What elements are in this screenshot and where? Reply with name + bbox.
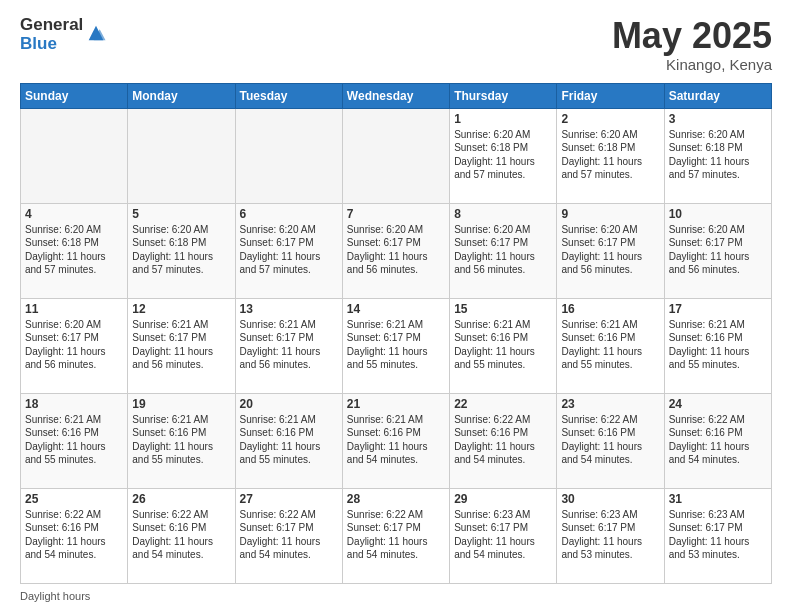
- day-info: Sunrise: 6:21 AMSunset: 6:16 PMDaylight:…: [347, 413, 445, 467]
- calendar-cell: 13Sunrise: 6:21 AMSunset: 6:17 PMDayligh…: [235, 298, 342, 393]
- logo-general: General: [20, 16, 83, 35]
- calendar-cell: [128, 108, 235, 203]
- calendar-cell: [235, 108, 342, 203]
- day-number: 17: [669, 302, 767, 316]
- calendar-cell: 16Sunrise: 6:21 AMSunset: 6:16 PMDayligh…: [557, 298, 664, 393]
- day-info: Sunrise: 6:21 AMSunset: 6:16 PMDaylight:…: [240, 413, 338, 467]
- col-tuesday: Tuesday: [235, 83, 342, 108]
- calendar-table: Sunday Monday Tuesday Wednesday Thursday…: [20, 83, 772, 584]
- calendar-cell: 28Sunrise: 6:22 AMSunset: 6:17 PMDayligh…: [342, 488, 449, 583]
- calendar-cell: 22Sunrise: 6:22 AMSunset: 6:16 PMDayligh…: [450, 393, 557, 488]
- calendar-cell: 31Sunrise: 6:23 AMSunset: 6:17 PMDayligh…: [664, 488, 771, 583]
- day-number: 2: [561, 112, 659, 126]
- calendar-cell: 11Sunrise: 6:20 AMSunset: 6:17 PMDayligh…: [21, 298, 128, 393]
- day-number: 22: [454, 397, 552, 411]
- calendar-week-1: 1Sunrise: 6:20 AMSunset: 6:18 PMDaylight…: [21, 108, 772, 203]
- day-number: 18: [25, 397, 123, 411]
- day-number: 23: [561, 397, 659, 411]
- calendar-cell: 6Sunrise: 6:20 AMSunset: 6:17 PMDaylight…: [235, 203, 342, 298]
- logo-text: General Blue: [20, 16, 83, 53]
- calendar-cell: 15Sunrise: 6:21 AMSunset: 6:16 PMDayligh…: [450, 298, 557, 393]
- day-number: 15: [454, 302, 552, 316]
- day-number: 27: [240, 492, 338, 506]
- calendar-week-3: 11Sunrise: 6:20 AMSunset: 6:17 PMDayligh…: [21, 298, 772, 393]
- calendar-week-4: 18Sunrise: 6:21 AMSunset: 6:16 PMDayligh…: [21, 393, 772, 488]
- logo-icon: [85, 22, 107, 44]
- calendar-body: 1Sunrise: 6:20 AMSunset: 6:18 PMDaylight…: [21, 108, 772, 583]
- header: General Blue May 2025 Kinango, Kenya: [20, 16, 772, 73]
- day-info: Sunrise: 6:20 AMSunset: 6:17 PMDaylight:…: [25, 318, 123, 372]
- calendar-cell: [21, 108, 128, 203]
- day-number: 12: [132, 302, 230, 316]
- day-info: Sunrise: 6:20 AMSunset: 6:18 PMDaylight:…: [25, 223, 123, 277]
- day-number: 13: [240, 302, 338, 316]
- day-number: 26: [132, 492, 230, 506]
- day-info: Sunrise: 6:21 AMSunset: 6:16 PMDaylight:…: [454, 318, 552, 372]
- day-info: Sunrise: 6:22 AMSunset: 6:17 PMDaylight:…: [240, 508, 338, 562]
- day-number: 25: [25, 492, 123, 506]
- logo-blue: Blue: [20, 35, 83, 54]
- calendar-cell: 18Sunrise: 6:21 AMSunset: 6:16 PMDayligh…: [21, 393, 128, 488]
- day-info: Sunrise: 6:22 AMSunset: 6:16 PMDaylight:…: [454, 413, 552, 467]
- day-info: Sunrise: 6:21 AMSunset: 6:17 PMDaylight:…: [240, 318, 338, 372]
- day-number: 10: [669, 207, 767, 221]
- calendar-cell: 21Sunrise: 6:21 AMSunset: 6:16 PMDayligh…: [342, 393, 449, 488]
- day-info: Sunrise: 6:20 AMSunset: 6:18 PMDaylight:…: [669, 128, 767, 182]
- day-number: 11: [25, 302, 123, 316]
- footer-note: Daylight hours: [20, 590, 772, 602]
- day-number: 5: [132, 207, 230, 221]
- calendar-cell: 26Sunrise: 6:22 AMSunset: 6:16 PMDayligh…: [128, 488, 235, 583]
- calendar-cell: 27Sunrise: 6:22 AMSunset: 6:17 PMDayligh…: [235, 488, 342, 583]
- col-saturday: Saturday: [664, 83, 771, 108]
- day-info: Sunrise: 6:20 AMSunset: 6:18 PMDaylight:…: [454, 128, 552, 182]
- page: General Blue May 2025 Kinango, Kenya Sun…: [0, 0, 792, 612]
- calendar-week-2: 4Sunrise: 6:20 AMSunset: 6:18 PMDaylight…: [21, 203, 772, 298]
- day-info: Sunrise: 6:22 AMSunset: 6:16 PMDaylight:…: [669, 413, 767, 467]
- col-monday: Monday: [128, 83, 235, 108]
- day-info: Sunrise: 6:20 AMSunset: 6:17 PMDaylight:…: [347, 223, 445, 277]
- calendar-cell: 19Sunrise: 6:21 AMSunset: 6:16 PMDayligh…: [128, 393, 235, 488]
- calendar-cell: 4Sunrise: 6:20 AMSunset: 6:18 PMDaylight…: [21, 203, 128, 298]
- day-info: Sunrise: 6:20 AMSunset: 6:17 PMDaylight:…: [240, 223, 338, 277]
- day-info: Sunrise: 6:20 AMSunset: 6:18 PMDaylight:…: [561, 128, 659, 182]
- col-thursday: Thursday: [450, 83, 557, 108]
- title-location: Kinango, Kenya: [612, 56, 772, 73]
- day-number: 8: [454, 207, 552, 221]
- col-friday: Friday: [557, 83, 664, 108]
- calendar-header-row: Sunday Monday Tuesday Wednesday Thursday…: [21, 83, 772, 108]
- calendar-cell: 8Sunrise: 6:20 AMSunset: 6:17 PMDaylight…: [450, 203, 557, 298]
- day-info: Sunrise: 6:23 AMSunset: 6:17 PMDaylight:…: [454, 508, 552, 562]
- day-number: 3: [669, 112, 767, 126]
- day-info: Sunrise: 6:22 AMSunset: 6:16 PMDaylight:…: [25, 508, 123, 562]
- day-info: Sunrise: 6:23 AMSunset: 6:17 PMDaylight:…: [561, 508, 659, 562]
- calendar-cell: 9Sunrise: 6:20 AMSunset: 6:17 PMDaylight…: [557, 203, 664, 298]
- day-info: Sunrise: 6:21 AMSunset: 6:17 PMDaylight:…: [347, 318, 445, 372]
- day-info: Sunrise: 6:21 AMSunset: 6:16 PMDaylight:…: [669, 318, 767, 372]
- day-info: Sunrise: 6:21 AMSunset: 6:17 PMDaylight:…: [132, 318, 230, 372]
- day-number: 6: [240, 207, 338, 221]
- day-info: Sunrise: 6:20 AMSunset: 6:18 PMDaylight:…: [132, 223, 230, 277]
- calendar-cell: 1Sunrise: 6:20 AMSunset: 6:18 PMDaylight…: [450, 108, 557, 203]
- daylight-label: Daylight hours: [20, 590, 90, 602]
- calendar-cell: 12Sunrise: 6:21 AMSunset: 6:17 PMDayligh…: [128, 298, 235, 393]
- day-info: Sunrise: 6:21 AMSunset: 6:16 PMDaylight:…: [561, 318, 659, 372]
- col-wednesday: Wednesday: [342, 83, 449, 108]
- day-number: 7: [347, 207, 445, 221]
- day-number: 9: [561, 207, 659, 221]
- day-info: Sunrise: 6:20 AMSunset: 6:17 PMDaylight:…: [669, 223, 767, 277]
- logo: General Blue: [20, 16, 107, 53]
- calendar-week-5: 25Sunrise: 6:22 AMSunset: 6:16 PMDayligh…: [21, 488, 772, 583]
- calendar-cell: 29Sunrise: 6:23 AMSunset: 6:17 PMDayligh…: [450, 488, 557, 583]
- day-number: 4: [25, 207, 123, 221]
- title-month: May 2025: [612, 16, 772, 56]
- day-number: 19: [132, 397, 230, 411]
- calendar-cell: 7Sunrise: 6:20 AMSunset: 6:17 PMDaylight…: [342, 203, 449, 298]
- calendar-cell: 30Sunrise: 6:23 AMSunset: 6:17 PMDayligh…: [557, 488, 664, 583]
- day-number: 20: [240, 397, 338, 411]
- day-info: Sunrise: 6:22 AMSunset: 6:17 PMDaylight:…: [347, 508, 445, 562]
- calendar-cell: [342, 108, 449, 203]
- day-number: 16: [561, 302, 659, 316]
- calendar-cell: 10Sunrise: 6:20 AMSunset: 6:17 PMDayligh…: [664, 203, 771, 298]
- day-number: 29: [454, 492, 552, 506]
- calendar-cell: 24Sunrise: 6:22 AMSunset: 6:16 PMDayligh…: [664, 393, 771, 488]
